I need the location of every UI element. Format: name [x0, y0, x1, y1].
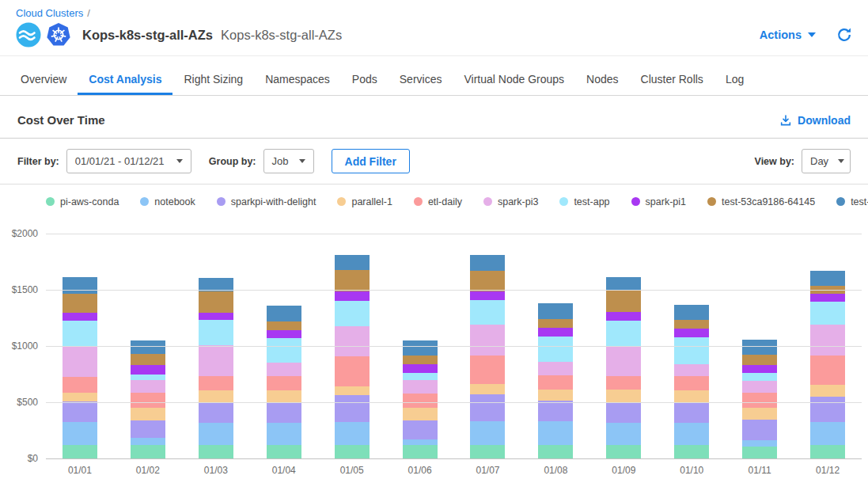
bar-segment-sparkpi-with-delight[interactable]: [538, 401, 573, 421]
bar-segment-parallel-1[interactable]: [810, 385, 845, 397]
bar-segment-notebook[interactable]: [199, 423, 233, 445]
bar-segment-spark-pi3[interactable]: [131, 380, 165, 393]
tab-virtual-node-groups[interactable]: Virtual Node Groups: [453, 56, 575, 95]
bar-segment-parallel-1[interactable]: [131, 408, 165, 420]
bar-segment-etl-daily[interactable]: [335, 356, 370, 386]
stacked-bar-01-08[interactable]: [538, 303, 573, 459]
legend-item-spark-pi1[interactable]: spark-pi1: [631, 196, 686, 207]
bar-segment-etl-daily[interactable]: [674, 376, 709, 390]
bar-segment-spark-pi1[interactable]: [674, 329, 709, 337]
bar-segment-parallel-1[interactable]: [470, 384, 505, 394]
tab-cost-analysis[interactable]: Cost Analysis: [78, 56, 172, 95]
legend-item-parallel-1[interactable]: parallel-1: [337, 196, 392, 207]
bar-segment-sparkpi-with-delight[interactable]: [810, 397, 845, 422]
bar-segment-spark-pi3[interactable]: [810, 325, 845, 355]
bar-segment-spark-pi1[interactable]: [538, 328, 573, 337]
bar-segment-parallel-1[interactable]: [606, 390, 641, 403]
bar-segment-sparkpi-with-delight[interactable]: [63, 401, 97, 422]
bar-segment-spark-pi3[interactable]: [267, 363, 301, 376]
bar-segment-test-app[interactable]: [810, 302, 845, 325]
bar-segment-etl-daily[interactable]: [267, 376, 301, 390]
bar-segment-pi-aws-conda[interactable]: [335, 445, 370, 459]
bar-segment-spark-pi1[interactable]: [131, 365, 165, 375]
bar-segment-etl-daily[interactable]: [63, 377, 97, 392]
bar-segment-pi-aws-conda[interactable]: [606, 445, 641, 459]
bar-segment-test-pkix[interactable]: [742, 340, 777, 355]
bar-segment-sparkpi-with-delight[interactable]: [742, 420, 777, 440]
stacked-bar-01-09[interactable]: [606, 277, 641, 459]
bar-segment-test-53ca9186-64145[interactable]: [63, 294, 97, 313]
bar-segment-parallel-1[interactable]: [267, 390, 301, 402]
bar-segment-etl-daily[interactable]: [810, 356, 845, 385]
bar-segment-pi-aws-conda[interactable]: [810, 445, 845, 459]
bar-segment-test-app[interactable]: [63, 321, 97, 346]
bar-segment-spark-pi1[interactable]: [606, 312, 641, 321]
bar-segment-test-pkix[interactable]: [810, 271, 845, 287]
bar-segment-test-53ca9186-64145[interactable]: [131, 354, 165, 364]
bar-segment-etl-daily[interactable]: [199, 376, 233, 390]
bar-segment-etl-daily[interactable]: [742, 393, 777, 407]
legend-item-spark-pi3[interactable]: spark-pi3: [483, 196, 538, 207]
bar-segment-spark-pi1[interactable]: [470, 291, 505, 300]
stacked-bar-01-12[interactable]: [810, 271, 845, 459]
bar-segment-test-app[interactable]: [131, 375, 165, 380]
bar-segment-etl-daily[interactable]: [131, 393, 165, 408]
bar-segment-test-pkix[interactable]: [403, 340, 438, 356]
stacked-bar-01-02[interactable]: [131, 340, 165, 459]
bar-segment-etl-daily[interactable]: [606, 376, 641, 390]
breadcrumb-link-cloud-clusters[interactable]: Cloud Clusters: [16, 7, 83, 19]
bar-segment-test-pkix[interactable]: [131, 340, 165, 354]
tab-namespaces[interactable]: Namespaces: [254, 56, 341, 95]
bar-segment-spark-pi1[interactable]: [403, 364, 438, 373]
bar-segment-test-app[interactable]: [606, 321, 641, 345]
bar-segment-test-pkix[interactable]: [674, 305, 709, 320]
bar-segment-parallel-1[interactable]: [199, 390, 233, 403]
tab-log[interactable]: Log: [714, 56, 755, 95]
bar-segment-notebook[interactable]: [267, 423, 301, 445]
stacked-bar-01-06[interactable]: [403, 340, 438, 459]
bar-segment-notebook[interactable]: [674, 423, 709, 445]
bar-segment-test-53ca9186-64145[interactable]: [742, 355, 777, 365]
bar-segment-test-53ca9186-64145[interactable]: [674, 320, 709, 329]
bar-segment-test-53ca9186-64145[interactable]: [199, 291, 233, 313]
bar-segment-test-app[interactable]: [403, 373, 438, 380]
tab-nodes[interactable]: Nodes: [575, 56, 629, 95]
bar-segment-pi-aws-conda[interactable]: [403, 445, 438, 459]
bar-segment-notebook[interactable]: [810, 422, 845, 444]
bar-segment-test-pkix[interactable]: [335, 255, 370, 269]
bar-segment-spark-pi3[interactable]: [538, 362, 573, 375]
bar-segment-test-app[interactable]: [267, 338, 301, 363]
bar-segment-spark-pi3[interactable]: [470, 325, 505, 355]
bar-segment-notebook[interactable]: [335, 422, 370, 444]
bar-segment-spark-pi1[interactable]: [810, 294, 845, 301]
bar-segment-parallel-1[interactable]: [63, 393, 97, 401]
stacked-bar-01-07[interactable]: [470, 255, 505, 459]
bar-segment-spark-pi3[interactable]: [606, 346, 641, 376]
view-by-select[interactable]: Day: [802, 149, 851, 173]
bar-segment-spark-pi3[interactable]: [199, 345, 233, 376]
bar-segment-notebook[interactable]: [470, 421, 505, 444]
bar-segment-notebook[interactable]: [606, 423, 641, 445]
legend-item-etl-daily[interactable]: etl-daily: [414, 196, 462, 207]
bar-segment-parallel-1[interactable]: [674, 390, 709, 403]
bar-segment-notebook[interactable]: [742, 440, 777, 447]
bar-segment-notebook[interactable]: [131, 438, 165, 445]
tab-services[interactable]: Services: [389, 56, 453, 95]
bar-segment-test-53ca9186-64145[interactable]: [538, 319, 573, 328]
bar-segment-spark-pi3[interactable]: [674, 364, 709, 376]
legend-item-test-53ca9186-64145[interactable]: test-53ca9186-64145: [707, 196, 815, 207]
legend-item-notebook[interactable]: notebook: [140, 196, 195, 207]
bar-segment-parallel-1[interactable]: [335, 386, 370, 395]
bar-segment-test-app[interactable]: [538, 337, 573, 362]
bar-segment-etl-daily[interactable]: [538, 375, 573, 390]
bar-segment-pi-aws-conda[interactable]: [199, 445, 233, 459]
add-filter-button[interactable]: Add Filter: [332, 149, 410, 173]
bar-segment-pi-aws-conda[interactable]: [742, 447, 777, 459]
bar-segment-pi-aws-conda[interactable]: [470, 445, 505, 459]
bar-segment-spark-pi1[interactable]: [63, 313, 97, 320]
actions-button[interactable]: Actions: [760, 29, 816, 41]
bar-segment-pi-aws-conda[interactable]: [131, 445, 165, 459]
bar-segment-sparkpi-with-delight[interactable]: [199, 402, 233, 423]
refresh-icon[interactable]: [836, 27, 852, 43]
legend-item-test-app[interactable]: test-app: [559, 196, 609, 207]
